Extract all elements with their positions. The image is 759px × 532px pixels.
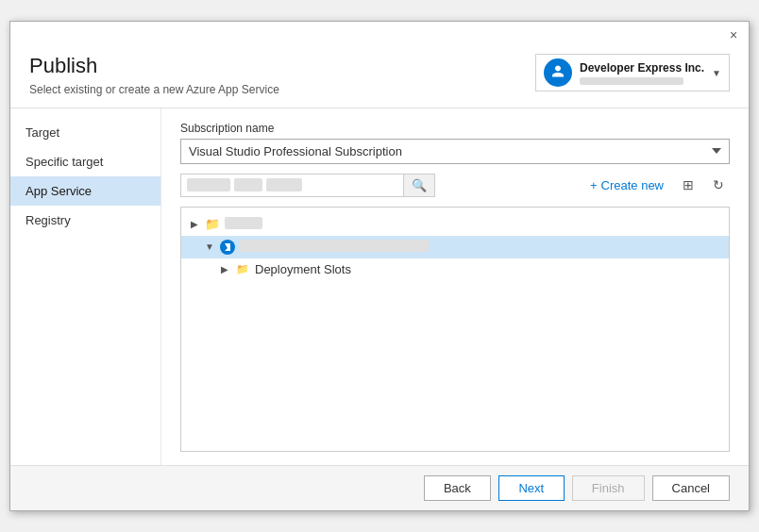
search-button[interactable]: 🔍 [403, 175, 434, 196]
tree-arrow-azure: ▼ [204, 241, 215, 252]
redacted-label-azure [240, 240, 429, 252]
main-content: Subscription name Visual Studio Professi… [161, 108, 749, 465]
tree-label-slots: Deployment Slots [255, 262, 725, 276]
folder-icon-root: 📁 [204, 216, 221, 233]
redacted-label-root [225, 217, 262, 229]
tree-arrow-root: ▶ [189, 219, 200, 229]
search-box[interactable]: 🔍 [180, 174, 435, 197]
subscription-select[interactable]: Visual Studio Professional Subscription [180, 139, 730, 164]
dialog-footer: Back Next Finish Cancel [10, 465, 749, 510]
azure-icon [219, 239, 236, 256]
subscription-label: Subscription name [180, 122, 730, 135]
cancel-button[interactable]: Cancel [652, 475, 730, 501]
tree-label-azure [240, 240, 725, 255]
sidebar-item-specific-target[interactable]: Specific target [10, 147, 160, 176]
tree-arrow-slots: ▶ [219, 264, 230, 274]
subscription-section: Subscription name Visual Studio Professi… [180, 122, 730, 164]
folder-icon-slots: 📁 [234, 261, 251, 278]
filter-pill-2 [234, 178, 262, 191]
account-chevron-icon: ▼ [712, 68, 721, 78]
search-filters [181, 175, 403, 194]
toolbar-right: + Create new ⊞ ↻ [584, 174, 730, 196]
tree-panel[interactable]: ▶ 📁 ▼ [180, 207, 730, 452]
account-name: Developer Express Inc. [580, 61, 704, 75]
create-new-plus-icon: + [590, 178, 598, 192]
publish-dialog: × Publish Select existing or create a ne… [9, 21, 750, 510]
dialog-subtitle: Select existing or create a new Azure Ap… [29, 83, 279, 96]
columns-icon-button[interactable]: ⊞ [677, 174, 700, 196]
tree-label-root [225, 217, 725, 232]
close-button[interactable]: × [724, 25, 743, 44]
create-new-label: Create new [601, 178, 664, 192]
sidebar-item-registry[interactable]: Registry [10, 206, 160, 235]
sidebar-item-app-service[interactable]: App Service [10, 176, 160, 206]
filter-pill-3 [266, 178, 302, 191]
title-bar: × [10, 22, 749, 44]
tree-item-root-folder[interactable]: ▶ 📁 [181, 213, 729, 236]
back-button[interactable]: Back [424, 475, 491, 501]
sidebar: Target Specific target App Service Regis… [10, 108, 161, 465]
dialog-body: Target Specific target App Service Regis… [10, 108, 749, 465]
search-toolbar: 🔍 + Create new ⊞ ↻ [180, 174, 730, 197]
dialog-header: Publish Select existing or create a new … [10, 44, 749, 108]
sidebar-item-target[interactable]: Target [10, 118, 160, 147]
next-button[interactable]: Next [498, 475, 565, 501]
finish-button: Finish [572, 475, 645, 501]
header-left: Publish Select existing or create a new … [29, 54, 279, 95]
account-email [580, 77, 683, 85]
account-icon [544, 58, 572, 87]
filter-pill-1 [187, 178, 230, 191]
create-new-button[interactable]: + Create new [584, 175, 669, 196]
tree-item-azure-node[interactable]: ▼ [181, 236, 729, 258]
account-badge[interactable]: Developer Express Inc. ▼ [535, 54, 730, 91]
tree-item-deployment-slots[interactable]: ▶ 📁 Deployment Slots [181, 258, 729, 281]
dialog-title: Publish [29, 54, 279, 78]
account-info: Developer Express Inc. [580, 61, 704, 85]
refresh-icon-button[interactable]: ↻ [707, 174, 730, 196]
